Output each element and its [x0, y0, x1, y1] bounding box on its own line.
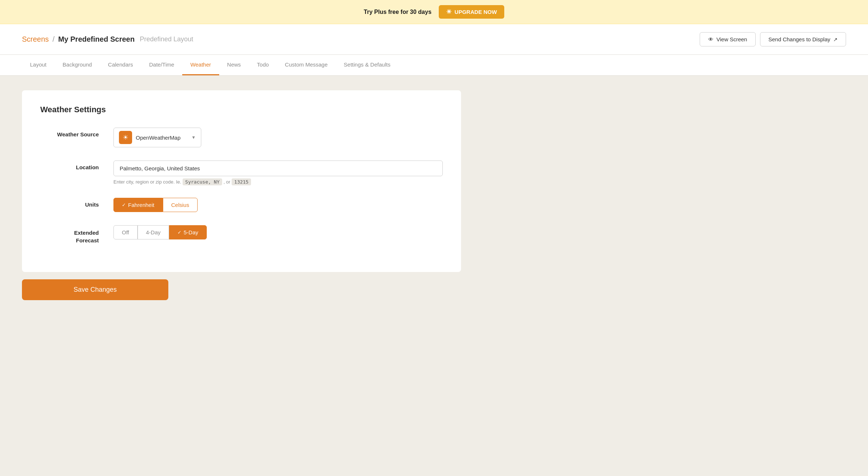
tab-settings-defaults[interactable]: Settings & Defaults [336, 55, 399, 75]
fahrenheit-label: Fahrenheit [128, 202, 154, 208]
upgrade-label: UPGRADE NOW [454, 9, 497, 15]
location-hint: Enter city, region or zip code. Ie. Syra… [113, 179, 443, 185]
banner-text: Try Plus free for 30 days [364, 9, 431, 15]
breadcrumb-separator: / [52, 35, 55, 44]
view-screen-button[interactable]: View Screen [700, 32, 756, 46]
tab-weather[interactable]: Weather [182, 55, 219, 75]
celsius-label: Celsius [171, 202, 189, 208]
units-toggle-group: ✓ Fahrenheit Celsius [113, 198, 443, 212]
forecast-off-button[interactable]: Off [113, 225, 138, 239]
save-changes-button[interactable]: Save Changes [22, 279, 168, 300]
weather-source-dropdown[interactable]: ☀ OpenWeatherMap ▼ [113, 128, 201, 147]
header-actions: View Screen Send Changes to Display ↗ [700, 32, 846, 46]
card-title: Weather Settings [40, 105, 443, 114]
fahrenheit-button[interactable]: ✓ Fahrenheit [113, 198, 163, 212]
check-icon-5day: ✓ [177, 230, 182, 235]
check-icon: ✓ [122, 202, 126, 208]
weather-source-row: Weather Source ☀ OpenWeatherMap ▼ [40, 128, 443, 147]
location-control: Enter city, region or zip code. Ie. Syra… [113, 160, 443, 185]
tab-news[interactable]: News [219, 55, 249, 75]
eye-icon [708, 36, 714, 42]
breadcrumb-layout-label: Predefined Layout [140, 35, 193, 43]
location-input[interactable] [113, 160, 443, 176]
extended-forecast-row: Extended Forecast Off 4-Day ✓ 5-Day [40, 225, 443, 244]
hint-zip: 13215 [232, 178, 251, 185]
weather-source-control: ☀ OpenWeatherMap ▼ [113, 128, 443, 147]
breadcrumb-page-title: My Predefined Screen [58, 35, 135, 44]
units-control: ✓ Fahrenheit Celsius [113, 198, 443, 212]
sun-weather-icon: ☀ [123, 133, 128, 141]
tabs-list: Layout Background Calendars Date/Time We… [22, 55, 846, 75]
forecast-4day-button[interactable]: 4-Day [138, 225, 169, 239]
tab-custom-message[interactable]: Custom Message [277, 55, 336, 75]
off-label: Off [122, 229, 129, 235]
units-row: Units ✓ Fahrenheit Celsius [40, 198, 443, 212]
upgrade-banner: Try Plus free for 30 days ☀ UPGRADE NOW [0, 0, 868, 24]
units-label: Units [40, 198, 99, 208]
location-row: Location Enter city, region or zip code.… [40, 160, 443, 185]
main-content: Weather Settings Weather Source ☀ OpenWe… [0, 76, 868, 315]
extended-forecast-label: Extended Forecast [40, 225, 99, 244]
extended-forecast-control: Off 4-Day ✓ 5-Day [113, 225, 443, 239]
send-changes-label: Send Changes to Display [768, 36, 830, 42]
upgrade-button[interactable]: ☀ UPGRADE NOW [439, 5, 504, 19]
tabs-container: Layout Background Calendars Date/Time We… [0, 55, 868, 76]
breadcrumb: Screens / My Predefined Screen Predefine… [22, 35, 193, 44]
tab-todo[interactable]: Todo [249, 55, 277, 75]
5day-label: 5-Day [184, 229, 198, 235]
forecast-toggle-group: Off 4-Day ✓ 5-Day [113, 225, 443, 239]
celsius-button[interactable]: Celsius [163, 198, 198, 212]
hint-or: , or [224, 179, 231, 185]
tab-datetime[interactable]: Date/Time [141, 55, 182, 75]
hint-prefix: Enter city, region or zip code. Ie. [113, 179, 181, 185]
hint-city: Syracuse, NY [183, 178, 222, 185]
page-header: Screens / My Predefined Screen Predefine… [0, 24, 868, 55]
location-label: Location [40, 160, 99, 170]
view-screen-label: View Screen [717, 36, 747, 42]
weather-source-name: OpenWeatherMap [136, 135, 188, 141]
sun-icon: ☀ [446, 8, 452, 16]
4day-label: 4-Day [146, 229, 161, 235]
tab-calendars[interactable]: Calendars [100, 55, 141, 75]
tab-layout[interactable]: Layout [22, 55, 55, 75]
tab-background[interactable]: Background [55, 55, 100, 75]
settings-card: Weather Settings Weather Source ☀ OpenWe… [22, 90, 461, 272]
weather-source-label: Weather Source [40, 128, 99, 137]
send-changes-button[interactable]: Send Changes to Display ↗ [760, 32, 846, 46]
breadcrumb-screens-link[interactable]: Screens [22, 35, 49, 44]
forecast-5day-button[interactable]: ✓ 5-Day [169, 225, 207, 239]
external-link-icon: ↗ [833, 37, 838, 42]
chevron-down-icon: ▼ [191, 135, 196, 140]
weather-source-icon: ☀ [119, 131, 132, 144]
